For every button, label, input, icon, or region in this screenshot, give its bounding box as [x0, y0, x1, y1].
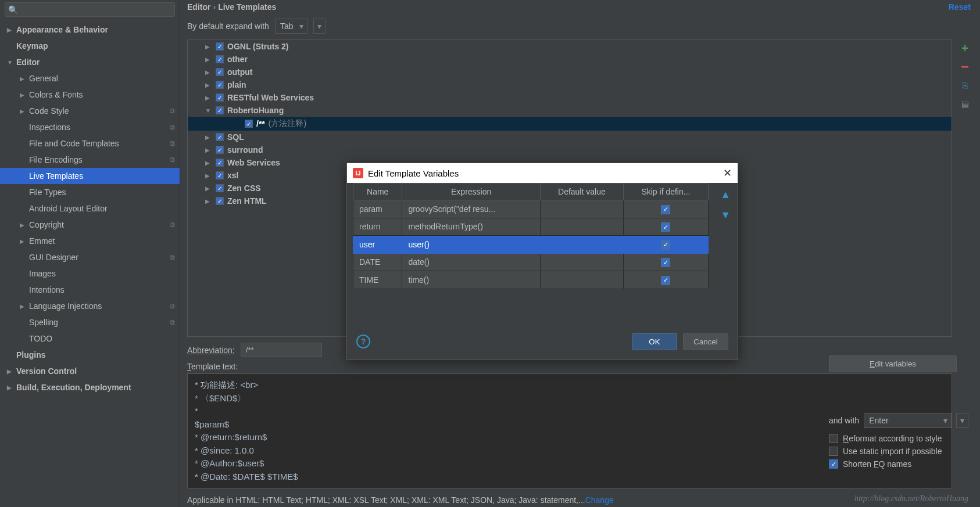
- template-tree-item[interactable]: ▶✓plain: [188, 78, 952, 91]
- search-box: 🔍: [5, 2, 175, 17]
- sidebar-item[interactable]: ▶Code Style⧉: [0, 103, 180, 119]
- sidebar-item[interactable]: ▼Editor: [0, 54, 180, 70]
- sidebar-item[interactable]: ▶Emmet: [0, 233, 180, 249]
- sidebar-item[interactable]: ▶Live Templates: [0, 168, 180, 184]
- sidebar-item[interactable]: ▶Inspections⧉: [0, 119, 180, 135]
- sidebar-item[interactable]: ▶Language Injections⧉: [0, 298, 180, 314]
- table-row[interactable]: paramgroovyScript("def resu...✓: [353, 200, 709, 218]
- sidebar-item[interactable]: ▶General: [0, 70, 180, 87]
- expand-with-select[interactable]: Enter: [864, 413, 952, 428]
- table-header: Name: [353, 184, 402, 200]
- watermark: http://blog.csdn.net/RobertoHuang: [854, 494, 968, 504]
- sidebar-item[interactable]: ▶Appearance & Behavior: [0, 21, 180, 38]
- dialog-titlebar: IJ Edit Template Variables ✕: [347, 163, 738, 183]
- variables-table[interactable]: NameExpressionDefault valueSkip if defin…: [353, 183, 709, 289]
- applicable-contexts: Applicable in HTML: HTML Text; HTML; XML…: [187, 495, 952, 505]
- table-row[interactable]: DATEdate()✓: [353, 253, 709, 271]
- edit-template-variables-dialog: IJ Edit Template Variables ✕ NameExpress…: [346, 163, 738, 360]
- sidebar-item[interactable]: ▶Android Layout Editor: [0, 200, 180, 217]
- expand-with-extra[interactable]: ▾: [956, 413, 968, 428]
- sidebar-item[interactable]: ▶Spelling⧉: [0, 314, 180, 330]
- expand-extra-button[interactable]: ▾: [313, 19, 326, 34]
- sidebar-item[interactable]: ▶Copyright⧉: [0, 217, 180, 233]
- sidebar-item[interactable]: ▶Build, Execution, Deployment: [0, 379, 180, 395]
- reformat-option[interactable]: Reformat according to style: [829, 434, 968, 443]
- search-input[interactable]: [5, 2, 175, 17]
- table-row[interactable]: returnmethodReturnType()✓: [353, 218, 709, 236]
- default-expand-label: By default expand with: [187, 21, 269, 31]
- settings-tree: ▶Appearance & Behavior▶Keymap▼Editor▶Gen…: [0, 19, 180, 398]
- close-icon[interactable]: ✕: [723, 167, 732, 179]
- table-row[interactable]: useruser()✓: [353, 236, 709, 254]
- dialog-title: Edit Template Variables: [368, 168, 459, 178]
- options-column: Edit variables and with Enter ▾ Reformat…: [829, 355, 968, 472]
- edit-variables-button[interactable]: Edit variables: [829, 355, 957, 372]
- copy-icon[interactable]: ⎘: [960, 80, 970, 91]
- table-header: Skip if defin...: [623, 184, 708, 200]
- sidebar-item[interactable]: ▶Colors & Fonts: [0, 87, 180, 103]
- move-up-icon[interactable]: ▲: [720, 189, 731, 201]
- template-tree-item[interactable]: ▼✓RobertoHuang: [188, 104, 952, 117]
- template-tree-item[interactable]: ▶✓output: [188, 66, 952, 78]
- sidebar-item[interactable]: ▶Plugins: [0, 347, 180, 363]
- template-tree-item[interactable]: ▶✓surround: [188, 143, 952, 156]
- sidebar-item[interactable]: ▶Keymap: [0, 38, 180, 54]
- template-tree-item[interactable]: ▶✓RESTful Web Services: [188, 91, 952, 104]
- search-icon: 🔍: [8, 5, 18, 15]
- breadcrumb: Editor›Live Templates: [187, 2, 973, 19]
- sidebar-item[interactable]: ▶Intentions: [0, 282, 180, 298]
- table-header: Expression: [402, 184, 541, 200]
- sidebar-item[interactable]: ▶File Encodings⧉: [0, 152, 180, 168]
- template-tree-item[interactable]: ▶✓SQL: [188, 131, 952, 143]
- change-contexts-link[interactable]: Change: [585, 495, 614, 505]
- sidebar-item[interactable]: ▶Version Control: [0, 363, 180, 379]
- table-header: Default value: [540, 184, 623, 200]
- default-expand-select[interactable]: Tab: [275, 19, 308, 34]
- ok-button[interactable]: OK: [632, 333, 677, 350]
- sidebar-item[interactable]: ▶GUI Designer⧉: [0, 249, 180, 265]
- table-row[interactable]: TIMEtime()✓: [353, 271, 709, 289]
- remove-icon[interactable]: −: [960, 62, 970, 72]
- reset-link[interactable]: Reset: [949, 2, 971, 12]
- app-icon: IJ: [353, 168, 363, 178]
- cancel-button[interactable]: Cancel: [683, 333, 728, 350]
- template-tree-item[interactable]: ▶✓OGNL (Struts 2): [188, 40, 952, 53]
- move-down-icon[interactable]: ▼: [720, 209, 731, 221]
- settings-sidebar: 🔍 ▶Appearance & Behavior▶Keymap▼Editor▶G…: [0, 0, 180, 507]
- add-icon[interactable]: +: [960, 43, 970, 53]
- static-import-option[interactable]: Use static import if possible: [829, 447, 968, 456]
- sidebar-item[interactable]: ▶Images: [0, 265, 180, 282]
- sidebar-item[interactable]: ▶TODO: [0, 330, 180, 347]
- template-tree-item[interactable]: ✓/** (方法注释): [188, 117, 952, 131]
- template-tree-item[interactable]: ▶✓other: [188, 53, 952, 66]
- sidebar-item[interactable]: ▶File and Code Templates⧉: [0, 135, 180, 152]
- paste-icon[interactable]: ▤: [960, 99, 970, 109]
- shorten-fq-option[interactable]: ✓Shorten FQ names: [829, 459, 968, 469]
- abbreviation-input[interactable]: [241, 343, 322, 357]
- abbreviation-label: Abbreviation:: [187, 346, 235, 355]
- sidebar-item[interactable]: ▶File Types: [0, 184, 180, 200]
- help-icon[interactable]: ?: [356, 335, 370, 348]
- expand-with-label: and with: [829, 416, 859, 425]
